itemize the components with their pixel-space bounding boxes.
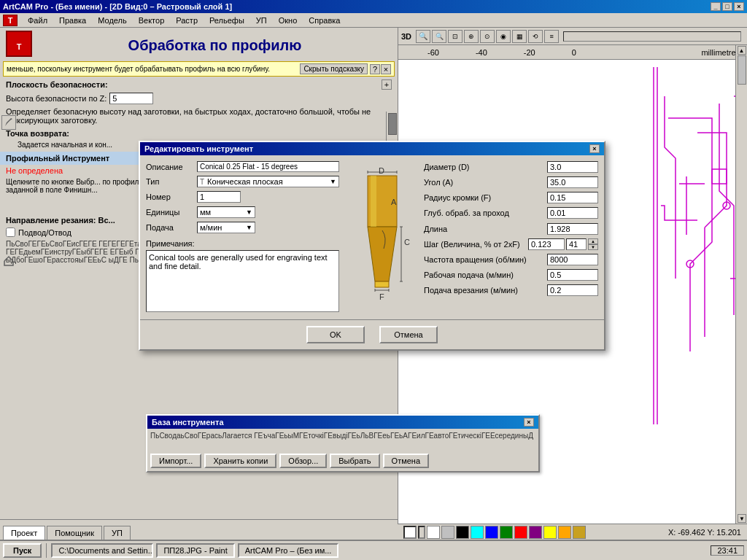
feed-select[interactable]: м/мин ▼ — [197, 222, 255, 233]
plunge-label: Подача врезания (м/мин) — [424, 286, 547, 295]
menu-help[interactable]: Справка — [304, 15, 344, 26]
color-green[interactable] — [500, 526, 513, 539]
taskbar-item-0[interactable]: C:\Documents and Settin... — [51, 543, 153, 558]
units-value: мм — [200, 208, 211, 217]
description-input[interactable] — [197, 161, 339, 172]
tab-up[interactable]: УП — [104, 526, 131, 540]
safety-expand-button[interactable]: + — [382, 79, 392, 90]
start-button[interactable]: Пуск — [3, 543, 42, 558]
select-button[interactable]: Выбрать — [330, 454, 379, 468]
secondary-color-swatch[interactable] — [418, 526, 425, 539]
menu-relief[interactable]: Рельефы — [205, 15, 249, 26]
angle-input[interactable] — [547, 176, 598, 188]
units-select[interactable]: мм ▼ — [197, 206, 255, 218]
safety-height-row: Высота безопасности по Z: — [0, 91, 398, 106]
color-orange[interactable] — [558, 526, 571, 539]
menu-up[interactable]: УП — [252, 15, 271, 26]
menu-file[interactable]: Файл — [23, 15, 52, 26]
depth-input[interactable] — [547, 207, 598, 219]
safety-height-label: Высота безопасности по Z: — [6, 94, 107, 103]
tooltip-close-icon[interactable]: × — [381, 64, 391, 74]
edit-right-params: Диаметр (D) Угол (A) Радиус кромки (F) Г… — [424, 161, 598, 314]
scroll-thumb[interactable] — [388, 113, 397, 135]
notes-textarea[interactable]: Conical tools are generally used for eng… — [146, 250, 339, 312]
taskbar-item-2[interactable]: ArtCAM Pro – (Без им... — [238, 543, 339, 558]
rpm-input[interactable] — [547, 254, 598, 265]
safety-description: Определяет безопасную высоту над заготов… — [0, 106, 398, 126]
right-scrollbar[interactable]: ▲ ▼ — [735, 45, 747, 524]
color-palette — [403, 526, 586, 539]
zoom-in-button[interactable]: 🔍 — [416, 30, 430, 43]
view-iso-button[interactable]: ◉ — [496, 30, 511, 43]
number-input[interactable] — [197, 191, 241, 203]
safety-height-input[interactable] — [109, 93, 153, 104]
color-gray[interactable] — [441, 526, 454, 539]
scroll-bar-thumb[interactable] — [738, 55, 746, 85]
grid-button[interactable]: ▦ — [512, 30, 527, 43]
app-logo: T — [3, 15, 18, 26]
color-black[interactable] — [456, 526, 469, 539]
menu-window[interactable]: Окно — [274, 15, 302, 26]
outer-cancel-button[interactable]: Отмена — [383, 454, 429, 468]
step-down-button[interactable]: ▼ — [588, 244, 598, 250]
length-input[interactable] — [547, 223, 598, 235]
step-input[interactable] — [528, 238, 565, 250]
zoom-out-button[interactable]: 🔍 — [432, 30, 446, 43]
maximize-button[interactable]: □ — [722, 2, 732, 11]
hide-tooltip-button[interactable]: Скрыть подсказку — [300, 63, 368, 74]
outer-dialog-close[interactable]: × — [524, 418, 534, 427]
ok-button[interactable]: OK — [306, 326, 365, 343]
tooltip-help-icon[interactable]: ? — [370, 64, 380, 74]
close-button[interactable]: × — [734, 2, 744, 11]
color-gold[interactable] — [573, 526, 586, 539]
menu-raster[interactable]: Растр — [171, 15, 202, 26]
svg-text:T: T — [17, 42, 22, 51]
ruler-label-40: -40 — [476, 48, 487, 57]
color-purple[interactable] — [529, 526, 542, 539]
approach-checkbox[interactable] — [6, 228, 15, 237]
type-select[interactable]: T Коническая плоская ▼ — [197, 176, 339, 187]
menu-edit[interactable]: Правка — [55, 15, 90, 26]
edge-radius-input[interactable] — [547, 192, 598, 203]
step-up-button[interactable]: ▲ — [588, 238, 598, 244]
feed-label: Подача — [146, 223, 197, 232]
color-yellow[interactable] — [543, 526, 557, 539]
left-tool-icon[interactable] — [1, 115, 16, 130]
feed-rate-input[interactable] — [547, 269, 598, 281]
rpm-label: Частота вращения (об/мин) — [424, 255, 547, 264]
left-icons — [1, 115, 16, 130]
edit-dialog-close[interactable]: × — [589, 144, 600, 153]
menu-view-button[interactable]: ≡ — [544, 30, 559, 43]
tab-project[interactable]: Проект — [3, 526, 45, 540]
ruler-label-0: 0 — [572, 48, 576, 57]
color-blue[interactable] — [485, 526, 498, 539]
zoom-box-button[interactable]: ⊕ — [464, 30, 479, 43]
plunge-input[interactable] — [547, 284, 598, 296]
number-row: Номер — [146, 191, 339, 203]
color-red[interactable] — [514, 526, 527, 539]
feed-dropdown-icon: ▼ — [246, 224, 252, 231]
step-label: Шаг (Величина, % от 2xF) — [424, 240, 528, 249]
safety-plane-label: Плоскость безопасности: — [6, 80, 108, 89]
store-copies-button[interactable]: Хранить копии — [204, 454, 276, 468]
minimize-button[interactable]: _ — [711, 2, 721, 11]
pan-button[interactable]: ⟲ — [528, 30, 543, 43]
menu-vector[interactable]: Вектор — [134, 15, 169, 26]
rotate-button[interactable]: ⊙ — [480, 30, 495, 43]
active-color-swatch[interactable] — [403, 526, 417, 539]
fit-button[interactable]: ⊡ — [448, 30, 462, 43]
taskbar-item-1[interactable]: ПП28.JPG - Paint — [156, 543, 234, 558]
scroll-up-button[interactable]: ▲ — [738, 46, 746, 55]
tab-assistant[interactable]: Помощник — [47, 526, 102, 540]
menu-model[interactable]: Модель — [93, 15, 131, 26]
color-cyan[interactable] — [471, 526, 484, 539]
browse-button[interactable]: Обзор... — [279, 454, 327, 468]
color-white[interactable] — [427, 526, 440, 539]
tooltip-text: меньше, поскольку инструмент будет обраб… — [7, 65, 298, 73]
import-button[interactable]: Импорт... — [150, 454, 201, 468]
diameter-input[interactable] — [547, 161, 598, 173]
step-num-input[interactable] — [566, 238, 587, 250]
cancel-button[interactable]: Отмена — [379, 326, 438, 343]
zoom-slider[interactable] — [563, 31, 741, 42]
scroll-down-button[interactable]: ▼ — [738, 514, 746, 523]
